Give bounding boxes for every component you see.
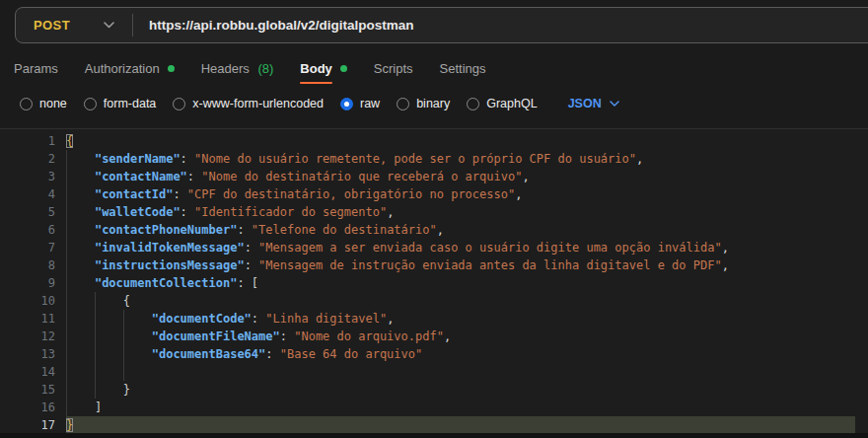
tab-label: Authorization bbox=[85, 61, 160, 76]
indent-guide bbox=[66, 399, 67, 416]
code-content[interactable]: "invalidTokenMessage": "Mensagem a ser e… bbox=[66, 239, 855, 256]
code-token bbox=[66, 223, 95, 237]
tab-headers[interactable]: Headers (8) bbox=[201, 51, 274, 85]
tab-params[interactable]: Params bbox=[14, 51, 58, 85]
indent-guide bbox=[66, 274, 67, 292]
tab-label: Headers bbox=[201, 61, 250, 76]
tab-label: Params bbox=[14, 61, 58, 76]
code-content[interactable]: "contactName": "Nome do destinatário que… bbox=[66, 168, 855, 185]
code-content[interactable]: { bbox=[66, 132, 855, 150]
body-type-binary[interactable]: binary bbox=[397, 97, 450, 110]
chevron-down-icon[interactable] bbox=[104, 22, 114, 29]
code-line[interactable]: 11 "documentCode": "Linha digitavel", bbox=[0, 310, 868, 328]
indent-guide bbox=[123, 363, 124, 381]
indent-guide bbox=[66, 221, 67, 239]
indent-guide bbox=[66, 328, 67, 345]
code-line[interactable]: 13 "documentBase64": "Base 64 do arquivo… bbox=[0, 345, 868, 363]
indent-guide bbox=[123, 310, 124, 328]
body-type-label: none bbox=[39, 97, 67, 110]
json-string: "Nome do usuário remetente, pode ser o p… bbox=[194, 152, 636, 166]
code-content[interactable]: "walletCode": "Identificador do segmento… bbox=[66, 203, 855, 221]
language-selector[interactable]: JSON bbox=[568, 97, 619, 110]
body-type-raw[interactable]: raw bbox=[340, 97, 380, 110]
code-token bbox=[66, 312, 152, 326]
indent-guide bbox=[95, 310, 96, 328]
line-number: 1 bbox=[0, 132, 55, 150]
code-token: , bbox=[722, 241, 729, 255]
code-line[interactable]: 2 "senderName": "Nome do usuário remeten… bbox=[0, 150, 868, 168]
json-key: "contactId" bbox=[95, 187, 173, 201]
code-line[interactable]: 4 "contactId": "CPF do destinatário, obr… bbox=[0, 185, 868, 203]
code-content[interactable] bbox=[66, 363, 855, 381]
method-selector[interactable]: POST bbox=[16, 18, 70, 33]
radio-button-icon bbox=[173, 98, 185, 110]
code-content[interactable]: ] bbox=[66, 399, 855, 416]
code-line[interactable]: 14 bbox=[0, 363, 868, 381]
tab-settings[interactable]: Settings bbox=[440, 51, 486, 85]
code-content[interactable]: "contactPhoneNumber": "Telefone do desti… bbox=[66, 221, 855, 239]
code-content[interactable]: "instructionsMessage": "Mensagem de inst… bbox=[66, 256, 855, 274]
json-string: "Base 64 do arquivo" bbox=[280, 347, 423, 361]
code-content[interactable]: "documentFileName": "Nome do arquivo.pdf… bbox=[66, 328, 855, 345]
body-raw-editor[interactable]: 1{2 "senderName": "Nome do usuário remet… bbox=[0, 128, 868, 438]
code-content[interactable]: "documentCollection": [ bbox=[66, 274, 855, 292]
code-line[interactable]: 9 "documentCollection": [ bbox=[0, 274, 868, 292]
indent-guide bbox=[66, 150, 67, 168]
indent-guide bbox=[66, 381, 67, 399]
code-content[interactable]: "documentBase64": "Base 64 do arquivo" bbox=[66, 345, 855, 363]
body-type-form-data[interactable]: form-data bbox=[84, 97, 157, 110]
code-content[interactable]: "senderName": "Nome do usuário remetente… bbox=[66, 150, 855, 168]
code-token: , bbox=[722, 258, 729, 272]
request-url-bar: POST https://api.robbu.global/v2/digital… bbox=[15, 7, 868, 43]
body-type-x-www-form-urlencoded[interactable]: x-www-form-urlencoded bbox=[173, 97, 324, 110]
code-content[interactable]: "contactId": "CPF do destinatário, obrig… bbox=[66, 185, 855, 203]
code-token: : bbox=[187, 170, 201, 183]
code-line[interactable]: 5 "walletCode": "Identificador do segmen… bbox=[0, 203, 868, 221]
body-type-label: GraphQL bbox=[486, 97, 537, 110]
code-line[interactable]: 17} bbox=[0, 416, 868, 434]
line-number: 16 bbox=[0, 399, 55, 416]
code-token: : bbox=[245, 258, 258, 272]
code-line[interactable]: 10 { bbox=[0, 292, 868, 310]
code-content[interactable]: { bbox=[66, 292, 855, 310]
code-line[interactable]: 6 "contactPhoneNumber": "Telefone do des… bbox=[0, 221, 868, 239]
line-number: 7 bbox=[0, 239, 55, 256]
body-type-none[interactable]: none bbox=[20, 97, 67, 110]
indent-guide bbox=[66, 310, 67, 328]
code-line[interactable]: 7 "invalidTokenMessage": "Mensagem a ser… bbox=[0, 239, 868, 256]
tab-label: Body bbox=[300, 61, 332, 76]
line-number: 9 bbox=[0, 274, 55, 292]
radio-button-icon bbox=[84, 98, 97, 110]
body-type-graphql[interactable]: GraphQL bbox=[467, 97, 537, 110]
code-token: : bbox=[252, 312, 265, 326]
indent-guide bbox=[66, 345, 67, 363]
code-token: : bbox=[237, 223, 251, 237]
code-content[interactable]: "documentCode": "Linha digitavel", bbox=[66, 310, 855, 328]
tab-label: Scripts bbox=[374, 61, 413, 76]
indent-guide bbox=[66, 185, 67, 203]
code-token bbox=[66, 187, 95, 201]
json-string: "Nome do arquivo.pdf" bbox=[294, 329, 444, 343]
code-line[interactable]: 16 ] bbox=[0, 399, 868, 416]
code-line[interactable]: 3 "contactName": "Nome do destinatário q… bbox=[0, 168, 868, 185]
url-input[interactable]: https://api.robbu.global/v2/digitalpostm… bbox=[149, 18, 414, 33]
code-line[interactable]: 8 "instructionsMessage": "Mensagem de in… bbox=[0, 256, 868, 274]
indent-guide bbox=[95, 363, 96, 381]
code-token: : bbox=[173, 187, 186, 201]
indent-guide bbox=[66, 203, 67, 221]
code-line[interactable]: 15 } bbox=[0, 381, 868, 399]
indent-guide bbox=[123, 345, 124, 363]
tab-authorization[interactable]: Authorization bbox=[85, 51, 175, 85]
indent-guide bbox=[66, 256, 67, 274]
code-line[interactable]: 1{ bbox=[0, 132, 868, 150]
line-number: 14 bbox=[0, 363, 55, 381]
json-string: "Mensagem de instrução enviada antes da … bbox=[258, 258, 722, 272]
body-type-options: noneform-datax-www-form-urlencodedrawbin… bbox=[0, 89, 868, 118]
chevron-down-icon bbox=[610, 101, 619, 107]
code-content[interactable]: } bbox=[66, 381, 855, 399]
code-content[interactable]: } bbox=[66, 416, 855, 434]
editor-bottom-strip bbox=[0, 433, 868, 438]
tab-scripts[interactable]: Scripts bbox=[374, 51, 413, 85]
tab-body[interactable]: Body bbox=[300, 51, 347, 85]
code-line[interactable]: 12 "documentFileName": "Nome do arquivo.… bbox=[0, 328, 868, 345]
